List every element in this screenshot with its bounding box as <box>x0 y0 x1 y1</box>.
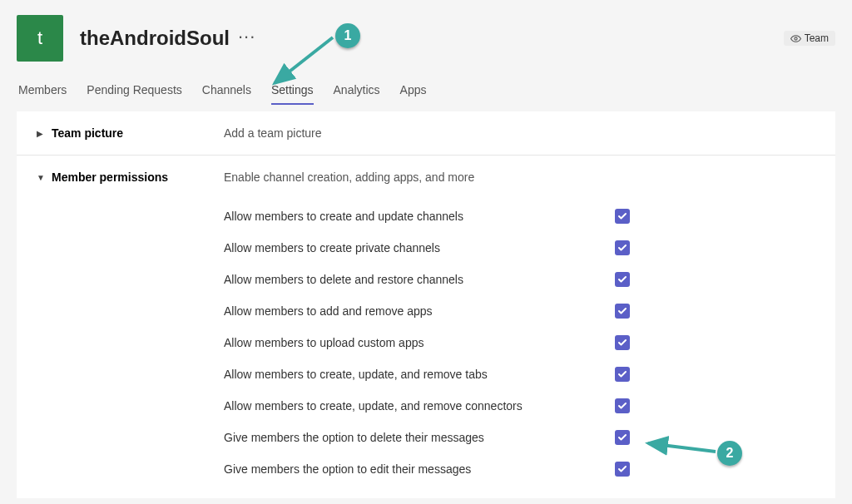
chevron-right-icon: ▶ <box>37 129 45 138</box>
svg-point-0 <box>795 37 797 39</box>
settings-content: ▶ Team picture Add a team picture ▼ Memb… <box>17 111 835 498</box>
tab-bar: Members Pending Requests Channels Settin… <box>0 78 852 105</box>
permission-label: Allow members to upload custom apps <box>224 336 615 349</box>
permission-checkbox[interactable] <box>615 367 630 382</box>
tab-channels[interactable]: Channels <box>202 78 251 105</box>
permission-row: Allow members to create and update chann… <box>37 200 835 232</box>
chevron-down-icon: ▼ <box>37 173 45 182</box>
section-title: Team picture <box>52 126 123 140</box>
permission-label: Allow members to add and remove apps <box>224 304 615 318</box>
more-options-icon[interactable]: ··· <box>238 26 255 47</box>
tab-analytics[interactable]: Analytics <box>334 78 380 105</box>
team-title: theAndroidSoul <box>80 27 230 50</box>
permission-label: Allow members to create and update chann… <box>224 210 615 223</box>
permission-checkbox[interactable] <box>615 462 630 477</box>
permission-label: Allow members to delete and restore chan… <box>224 273 615 286</box>
permission-checkbox[interactable] <box>615 209 630 224</box>
tab-apps[interactable]: Apps <box>400 78 427 105</box>
team-visibility-label: Team <box>805 32 829 44</box>
permission-checkbox[interactable] <box>615 398 630 413</box>
eye-icon <box>790 33 801 44</box>
tab-pending-requests[interactable]: Pending Requests <box>87 78 181 105</box>
section-subtitle: Add a team picture <box>224 126 322 140</box>
permission-checkbox[interactable] <box>615 430 630 445</box>
permission-row: Allow members to add and remove apps <box>37 295 835 327</box>
section-member-permissions: ▼ Member permissions Enable channel crea… <box>17 156 835 498</box>
permission-row: Allow members to create, update, and rem… <box>37 358 835 390</box>
permission-checkbox[interactable] <box>615 272 630 287</box>
section-toggle-member-permissions[interactable]: ▼ Member permissions <box>37 170 224 184</box>
permission-row: Give members the option to delete their … <box>37 422 835 453</box>
permission-label: Give members the option to edit their me… <box>224 462 615 476</box>
permission-label: Give members the option to delete their … <box>224 431 615 444</box>
permission-row: Allow members to delete and restore chan… <box>37 264 835 295</box>
permission-row: Allow members to create private channels <box>37 232 835 264</box>
permission-checkbox[interactable] <box>615 240 630 255</box>
tab-members[interactable]: Members <box>18 78 67 105</box>
permission-label: Allow members to create, update, and rem… <box>224 368 615 381</box>
permission-row: Give members the option to edit their me… <box>37 453 835 485</box>
team-visibility-badge[interactable]: Team <box>784 31 835 46</box>
team-header: t theAndroidSoul ··· Team <box>0 8 852 78</box>
section-subtitle: Enable channel creation, adding apps, an… <box>224 170 474 184</box>
permission-checkbox[interactable] <box>615 304 630 319</box>
tab-settings[interactable]: Settings <box>271 78 314 105</box>
team-avatar: t <box>17 15 63 62</box>
section-toggle-team-picture[interactable]: ▶ Team picture <box>37 126 224 140</box>
section-title: Member permissions <box>52 170 168 184</box>
permission-row: Allow members to create, update, and rem… <box>37 390 835 422</box>
permission-label: Allow members to create, update, and rem… <box>224 399 615 413</box>
permission-label: Allow members to create private channels <box>224 241 615 254</box>
section-team-picture: ▶ Team picture Add a team picture <box>17 111 835 156</box>
permission-checkbox[interactable] <box>615 335 630 350</box>
permission-row: Allow members to upload custom apps <box>37 327 835 358</box>
